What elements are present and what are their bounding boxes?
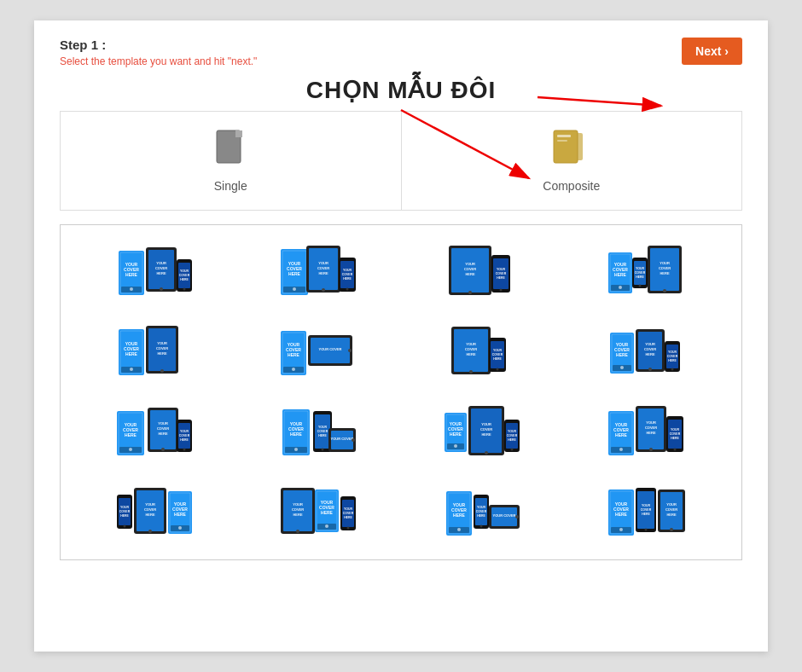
svg-text:COVER: COVER [665, 507, 677, 512]
template-grid-item[interactable]: YOUR COVER HERE YOUR COVER HERE YOUR COV… [405, 483, 561, 542]
svg-text:HERE: HERE [497, 276, 505, 280]
svg-point-221 [124, 525, 126, 528]
svg-text:YOUR: YOUR [157, 341, 167, 345]
template-selector: Single Composite [60, 111, 742, 211]
svg-text:HERE: HERE [666, 513, 676, 517]
svg-text:YOUR: YOUR [497, 268, 506, 271]
template-option-single[interactable]: Single [61, 112, 402, 210]
svg-text:HERE: HERE [343, 277, 352, 281]
svg-text:YOUR: YOUR [158, 421, 168, 426]
svg-point-35 [293, 287, 296, 291]
svg-point-209 [649, 448, 653, 451]
svg-text:COVER: COVER [317, 266, 329, 270]
svg-point-203 [619, 448, 623, 451]
svg-text:COVER: COVER [670, 432, 681, 436]
template-grid-item[interactable]: YOUR COVER HERE YOUR COVER HERE YOUR COV… [569, 483, 724, 542]
svg-point-53 [468, 291, 472, 294]
svg-text:COVER: COVER [476, 510, 487, 513]
template-option-composite[interactable]: Composite [402, 112, 742, 210]
svg-text:COVER: COVER [492, 353, 503, 356]
template-grid-item[interactable]: YOUR COVER HERE YOUR COVER HERE YOUR COV… [241, 242, 397, 302]
step-subtitle: Select the template you want and hit "ne… [60, 55, 742, 67]
svg-text:YOUR: YOUR [671, 428, 680, 432]
next-button[interactable]: Next › [682, 38, 742, 65]
svg-point-101 [292, 368, 295, 371]
main-heading: CHỌN MẪU ĐÔI [60, 76, 742, 104]
template-grid-item[interactable]: YOUR COVER HERE YOUR COVER HERE [405, 242, 561, 302]
svg-point-27 [183, 288, 186, 291]
svg-text:HERE: HERE [157, 351, 166, 356]
template-grid-item[interactable]: YOUR COVER HERE YOUR COVER HERE YOUR COV… [405, 403, 561, 462]
svg-rect-7 [557, 140, 567, 142]
template-grid-item[interactable]: YOUR COVER HERE YOUR COVER HERE YOUR COV… [569, 242, 724, 302]
template-grid-item[interactable]: YOUR COVER HERE YOUR COVER HERE [405, 322, 561, 382]
svg-text:YOUR COVER: YOUR COVER [319, 347, 342, 351]
svg-point-73 [639, 285, 642, 287]
template-grid-item[interactable]: YOUR COVER HERE YOUR COVER HERE YOUR COV… [78, 242, 233, 302]
svg-text:COVER: COVER [157, 426, 169, 431]
svg-point-273 [515, 515, 519, 518]
svg-point-281 [619, 528, 623, 531]
svg-text:HERE: HERE [465, 272, 474, 276]
svg-point-131 [648, 368, 652, 371]
svg-text:YOUR: YOUR [493, 349, 503, 352]
svg-text:YOUR: YOUR [120, 506, 130, 509]
template-grid-item[interactable]: YOUR COVER HERE YOUR COVER HERE [78, 322, 233, 382]
svg-text:YOUR COVER: YOUR COVER [331, 437, 354, 441]
svg-text:HERE: HERE [614, 272, 627, 277]
svg-text:HERE: HERE [125, 351, 138, 356]
template-grid-item[interactable]: YOUR COVER HERE YOUR COVER HERE YOUR COV… [569, 322, 724, 382]
svg-point-183 [454, 444, 457, 448]
template-grid-item[interactable]: YOUR COVER HERE YOUR COVER HERE YOUR COV… [78, 483, 233, 542]
svg-text:COVER: COVER [155, 266, 167, 270]
svg-point-111 [469, 370, 473, 374]
template-grid-item[interactable]: YOUR COVER HERE YOUR COVER [241, 322, 397, 382]
svg-point-287 [645, 529, 648, 531]
svg-text:HERE: HERE [453, 513, 466, 518]
svg-text:YOUR: YOUR [343, 269, 352, 272]
template-grid-item[interactable]: YOUR COVER HERE YOUR COVER HERE YOUR COV… [241, 483, 397, 542]
svg-text:COVER: COVER [179, 274, 190, 277]
svg-text:COVER: COVER [659, 266, 671, 270]
template-grid-item[interactable]: YOUR COVER HERE YOUR COVER HERE YOUR COV… [241, 403, 397, 462]
svg-point-165 [294, 448, 298, 451]
svg-text:HERE: HERE [288, 352, 300, 357]
svg-text:HERE: HERE [481, 432, 491, 437]
svg-text:COVER: COVER [156, 346, 168, 350]
svg-text:COVER: COVER [645, 426, 657, 430]
svg-text:COVER: COVER [480, 427, 492, 432]
template-grid-item[interactable]: YOUR COVER HERE YOUR COVER HERE YOUR COV… [78, 403, 233, 462]
svg-point-125 [620, 366, 624, 369]
svg-point-41 [322, 288, 325, 292]
svg-text:HERE: HERE [174, 512, 187, 517]
svg-point-151 [161, 448, 165, 451]
template-grid-item[interactable]: YOUR COVER HERE YOUR COVER HERE YOUR COV… [569, 403, 724, 462]
svg-text:HERE: HERE [671, 437, 679, 440]
svg-text:YOUR COVER: YOUR COVER [493, 513, 516, 518]
svg-text:HERE: HERE [344, 516, 352, 519]
svg-text:HERE: HERE [293, 513, 302, 517]
svg-text:COVER: COVER [292, 507, 304, 512]
svg-text:HERE: HERE [466, 352, 475, 356]
svg-text:COVER: COVER [342, 273, 353, 276]
svg-text:YOUR: YOUR [180, 430, 189, 433]
svg-text:COVER: COVER [119, 510, 131, 513]
svg-text:YOUR: YOUR [466, 342, 476, 346]
svg-text:HERE: HERE [125, 432, 137, 437]
svg-text:HERE: HERE [321, 510, 334, 515]
svg-point-241 [296, 530, 299, 533]
svg-point-175 [352, 438, 355, 442]
svg-text:YOUR: YOUR [477, 506, 486, 509]
svg-point-117 [497, 368, 499, 371]
composite-label: Composite [543, 179, 600, 193]
svg-text:COVER: COVER [496, 272, 507, 275]
svg-point-145 [129, 448, 132, 451]
svg-text:HERE: HERE [288, 271, 301, 276]
svg-text:HERE: HERE [158, 432, 167, 436]
svg-text:YOUR: YOUR [642, 504, 651, 507]
svg-text:YOUR: YOUR [646, 420, 656, 425]
svg-text:COVER: COVER [644, 347, 656, 351]
svg-text:YOUR: YOUR [660, 261, 670, 265]
svg-text:HERE: HERE [615, 432, 628, 437]
svg-point-67 [619, 286, 622, 289]
